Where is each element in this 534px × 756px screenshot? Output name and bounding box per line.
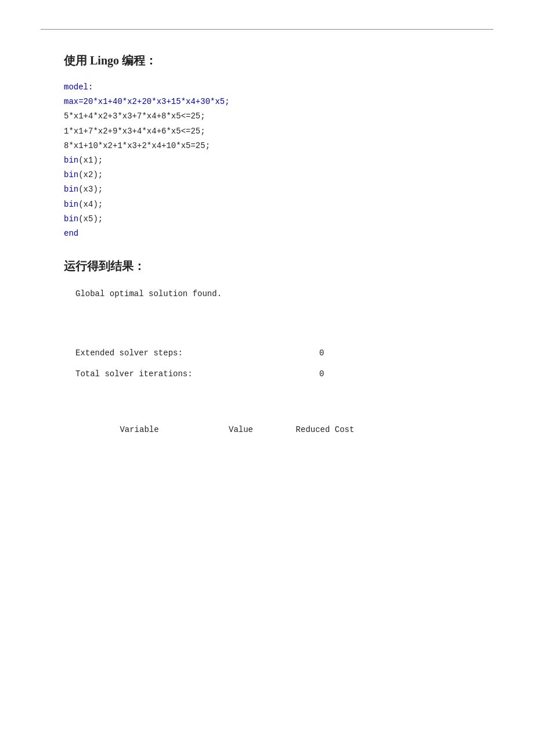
- solver-extended-value: 0: [319, 348, 324, 358]
- table-header: Variable Value Reduced Cost: [75, 425, 470, 434]
- solver-extended-label: Extended solver steps:: [75, 348, 319, 358]
- keyword-bin3: bin: [64, 185, 78, 194]
- bin3-args: (x3);: [78, 185, 103, 194]
- result-line1: Global optimal solution found.: [75, 286, 470, 302]
- keyword-model: model:: [64, 82, 93, 92]
- code-line-bin1: bin(x1);: [64, 153, 470, 168]
- code-line-constraint1: 5*x1+4*x2+3*x3+7*x4+8*x5<=25;: [64, 109, 470, 124]
- section-title-1: 使用 Lingo 编程：: [64, 53, 470, 69]
- keyword-bin4: bin: [64, 200, 78, 209]
- solver-iterations-label: Total solver iterations:: [75, 369, 319, 379]
- code-line-model: model:: [64, 80, 470, 95]
- solver-info: Extended solver steps: 0 Total solver it…: [64, 348, 470, 379]
- constraint3: 8*x1+10*x2+1*x3+2*x4+10*x5=25;: [64, 141, 210, 150]
- keyword-max: max=20*x1+40*x2+20*x3+15*x4+30*x5;: [64, 97, 230, 106]
- code-line-constraint2: 1*x1+7*x2+9*x3+4*x4+6*x5<=25;: [64, 124, 470, 139]
- code-line-bin3: bin(x3);: [64, 182, 470, 197]
- col-header-variable: Variable: [75, 425, 203, 434]
- bin4-args: (x4);: [78, 200, 103, 209]
- code-line-constraint3: 8*x1+10*x2+1*x3+2*x4+10*x5=25;: [64, 139, 470, 153]
- keyword-end: end: [64, 229, 78, 238]
- code-block: model: max=20*x1+40*x2+20*x3+15*x4+30*x5…: [64, 80, 470, 241]
- code-line-bin2: bin(x2);: [64, 168, 470, 182]
- bin1-args: (x1);: [78, 156, 103, 165]
- code-line-bin4: bin(x4);: [64, 197, 470, 212]
- constraint1: 5*x1+4*x2+3*x3+7*x4+8*x5<=25;: [64, 111, 205, 121]
- col-header-reduced-cost: Reduced Cost: [279, 425, 371, 434]
- table-section: Variable Value Reduced Cost: [64, 425, 470, 434]
- keyword-bin2: bin: [64, 170, 78, 179]
- solver-iterations-row: Total solver iterations: 0: [75, 369, 470, 379]
- bin5-args: (x5);: [78, 214, 103, 224]
- keyword-bin5: bin: [64, 214, 78, 224]
- solver-iterations-value: 0: [319, 369, 324, 379]
- section-title-2: 运行得到结果：: [64, 258, 470, 274]
- code-line-bin5: bin(x5);: [64, 212, 470, 226]
- code-line-end: end: [64, 226, 470, 241]
- result-text: Global optimal solution found.: [64, 286, 470, 302]
- bin2-args: (x2);: [78, 170, 103, 179]
- keyword-bin1: bin: [64, 156, 78, 165]
- solver-extended-row: Extended solver steps: 0: [75, 348, 470, 358]
- constraint2: 1*x1+7*x2+9*x3+4*x4+6*x5<=25;: [64, 127, 205, 136]
- code-line-max: max=20*x1+40*x2+20*x3+15*x4+30*x5;: [64, 95, 470, 109]
- col-header-value: Value: [203, 425, 279, 434]
